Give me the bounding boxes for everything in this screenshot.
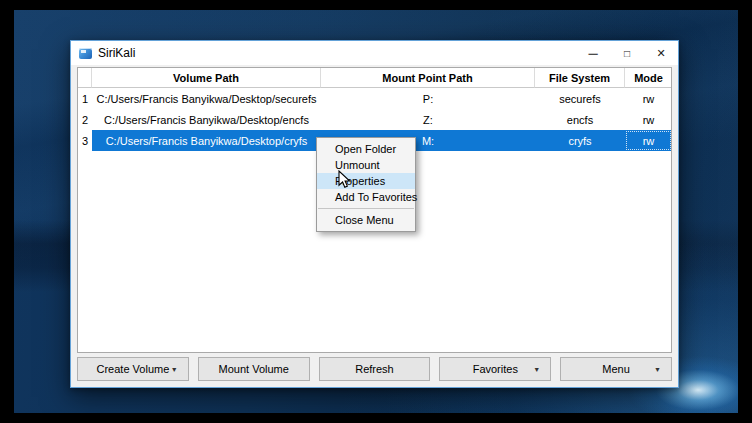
dropdown-arrow-icon: ▼ [171, 366, 178, 373]
favorites-label: Favorites [473, 363, 518, 375]
sirikali-app-icon [79, 48, 92, 59]
file-system-cell: cryfs [535, 130, 625, 151]
window-title: SiriKali [98, 46, 135, 60]
mount-volume-label: Mount Volume [219, 363, 289, 375]
dropdown-arrow-icon: ▼ [533, 366, 540, 373]
row-number: 1 [78, 88, 92, 109]
window-controls: ─ □ ✕ [576, 41, 678, 65]
minimize-icon[interactable]: ─ [576, 41, 610, 65]
menu-item-open-folder[interactable]: Open Folder [317, 141, 415, 157]
mount-point-cell: Z: [321, 109, 535, 130]
mode-cell: rw [625, 88, 672, 109]
table-header-row: Volume Path Mount Point Path File System… [78, 68, 671, 88]
mount-point-cell: P: [321, 88, 535, 109]
col-header-volume-path[interactable]: Volume Path [92, 68, 321, 88]
dropdown-arrow-icon: ▼ [654, 366, 661, 373]
screen: SiriKali ─ □ ✕ Volume Path Mount Point P… [0, 0, 752, 423]
menu-label: Menu [602, 363, 630, 375]
header-corner [78, 68, 92, 88]
volume-path-cell: C:/Users/Francis Banyikwa/Desktop/secure… [92, 88, 321, 109]
menu-separator [318, 208, 414, 209]
mode-cell: rw [625, 130, 672, 151]
file-system-cell: securefs [535, 88, 625, 109]
close-icon[interactable]: ✕ [644, 41, 678, 65]
col-header-file-system[interactable]: File System [535, 68, 625, 88]
row-number: 2 [78, 109, 92, 130]
col-header-mount-point-path[interactable]: Mount Point Path [321, 68, 535, 88]
create-volume-button[interactable]: Create Volume ▼ [77, 357, 189, 381]
row-number: 3 [78, 130, 92, 151]
mount-volume-button[interactable]: Mount Volume [198, 357, 310, 381]
menu-item-properties[interactable]: Properties [317, 173, 415, 189]
refresh-button[interactable]: Refresh [319, 357, 431, 381]
bottom-buttons-bar: Create Volume ▼ Mount Volume Refresh Fav… [77, 357, 672, 381]
favorites-button[interactable]: Favorites ▼ [439, 357, 551, 381]
volume-path-cell: C:/Users/Francis Banyikwa/Desktop/encfs [92, 109, 321, 130]
col-header-mode[interactable]: Mode [625, 68, 672, 88]
menu-button[interactable]: Menu ▼ [560, 357, 672, 381]
table-row[interactable]: 2 C:/Users/Francis Banyikwa/Desktop/encf… [78, 109, 671, 130]
create-volume-label: Create Volume [97, 363, 170, 375]
volume-path-cell: C:/Users/Francis Banyikwa/Desktop/cryfs [92, 130, 321, 151]
refresh-label: Refresh [355, 363, 394, 375]
file-system-cell: encfs [535, 109, 625, 130]
menu-item-add-to-favorites[interactable]: Add To Favorites [317, 189, 415, 205]
mode-cell: rw [625, 109, 672, 130]
menu-item-unmount[interactable]: Unmount [317, 157, 415, 173]
maximize-icon[interactable]: □ [610, 41, 644, 65]
context-menu: Open Folder Unmount Properties Add To Fa… [316, 137, 416, 232]
table-row[interactable]: 1 C:/Users/Francis Banyikwa/Desktop/secu… [78, 88, 671, 109]
titlebar[interactable]: SiriKali ─ □ ✕ [71, 41, 678, 65]
menu-item-close-menu[interactable]: Close Menu [317, 212, 415, 228]
